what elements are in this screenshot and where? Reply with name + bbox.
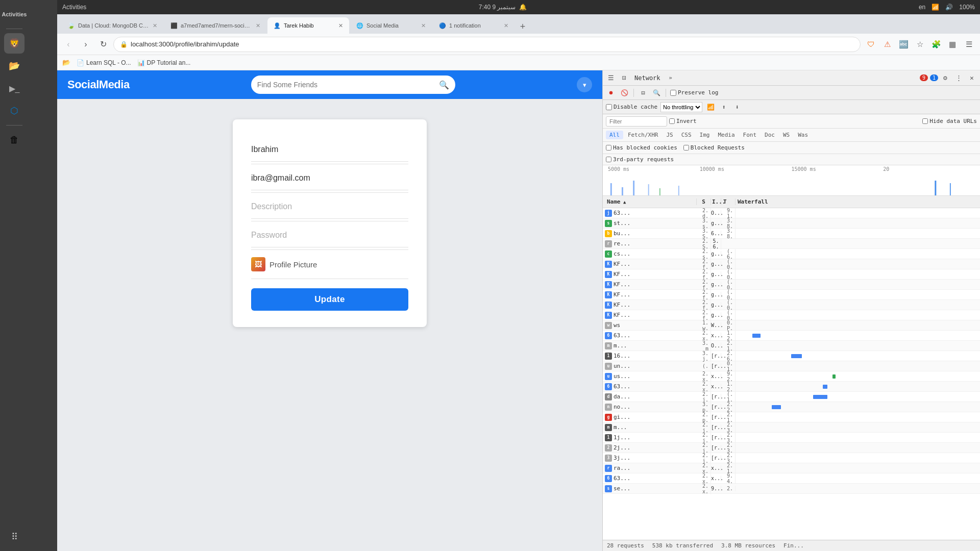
filter-tab-all[interactable]: All [606,131,623,139]
update-button[interactable]: Update [251,288,408,311]
th-waterfall[interactable]: Waterfall [736,198,978,205]
table-row[interactable]: 1 1j... 2. j. [r... 2. 3. [603,433,980,443]
table-row[interactable]: r ra... 2. x. x... 2. 1. [603,463,980,473]
table-row[interactable]: K KF... 2. f. g... (. 0. [603,290,980,300]
description-field[interactable] [251,195,408,219]
table-row[interactable]: u us... 2. x. x... 9. 2. [603,371,980,382]
taskbar-icon-apps[interactable]: ⠿ [4,527,24,547]
bookmark-learn-sql[interactable]: 📄 Learn SQL - O... [77,59,131,66]
th-time[interactable]: T [721,198,736,205]
invert-checkbox[interactable] [669,118,675,124]
throttle-select[interactable]: No throttling [660,102,702,112]
tab-close-mongodb[interactable]: ✕ [153,22,157,29]
tab-notification[interactable]: 🔵 1 notification ✕ [433,17,514,34]
devtools-close-btn[interactable]: ✕ [966,72,978,84]
third-party-checkbox[interactable] [606,157,611,162]
preserve-log-checkbox[interactable] [670,90,676,96]
has-blocked-cookies-checkbox[interactable] [606,145,611,151]
hide-data-urls-label[interactable]: Hide data URLs [922,118,977,124]
table-row[interactable]: 6 63... 2. x. x... 1. 2. [603,331,980,341]
table-row[interactable]: 6 63... 2. x. x... 1. 2. [603,382,980,392]
tab-close-notif[interactable]: ✕ [504,22,508,29]
tab-social-media[interactable]: 🌐 Social Media ✕ [350,17,432,34]
brave-rewards-icon[interactable]: ⚠ [880,37,894,52]
sidebar-toggle[interactable]: ▦ [945,37,960,52]
table-row[interactable]: d da... 2. j. [r... (. 1. [603,392,980,402]
search-network-btn[interactable]: 🔍 [651,88,662,98]
devtools-settings-btn[interactable]: ⚙ [939,72,951,84]
taskbar-icon-brave[interactable]: 🦁 [4,33,24,54]
table-row[interactable]: r re... 2. S. 5. 6. [603,239,980,249]
extensions-icon[interactable]: 🧩 [929,37,943,52]
devtools-more-btn[interactable]: ⋮ [952,72,965,84]
taskbar-activities[interactable]: Activities [4,4,24,24]
hide-data-urls-checkbox[interactable] [922,118,928,124]
table-row[interactable]: j 63... 2. d. O... 9. 1. [603,208,980,218]
table-row[interactable]: w ws 1. w. W... 0. P. [603,320,980,331]
header-dropdown-button[interactable]: ▾ [577,77,592,92]
table-row[interactable]: K KF... 2. f. g... (. 0. [603,269,980,280]
record-button[interactable]: ⏺ [606,88,616,98]
disable-cache-label[interactable]: Disable cache [606,104,657,110]
brave-shield-icon[interactable]: 🛡 [864,37,878,52]
taskbar-icon-terminal[interactable]: ▶_ [4,78,24,98]
tab-tarek[interactable]: 👤 Tarek Habib ✕ [267,17,349,34]
table-row[interactable]: 2 2j... 2. j. [r... 2. 3. [603,443,980,453]
search-input[interactable] [257,81,435,89]
wifi-icon-btn[interactable]: 📶 [705,102,716,112]
search-icon[interactable]: 🔍 [439,80,449,90]
filter-tab-media[interactable]: Media [714,131,738,139]
third-party-label[interactable]: 3rd-party requests [606,156,674,163]
taskbar-icon-trash[interactable]: 🗑 [4,130,24,150]
table-row[interactable]: m m... 2. j. [r... 2. 3. [603,422,980,433]
table-row[interactable]: 1 16... 3. j. [r... 2. 6. [603,351,980,361]
table-row[interactable]: K KF... 2. f. g... (. 0. [603,300,980,310]
new-tab-button[interactable]: + [516,19,530,34]
activities-label[interactable]: Activities [62,4,86,11]
table-row[interactable]: s st... 3. s. g... 3. 8. [603,218,980,229]
address-bar[interactable]: 🔒 localhost:3000/profile/ibrahim/update [113,37,861,52]
table-row[interactable]: u un... (. [r... 0. 1. [603,361,980,371]
filter-tab-img[interactable]: Img [696,131,714,139]
th-initiator[interactable]: I... [711,198,721,205]
table-row[interactable]: n no... 3. p. [r... 2. 2. [603,402,980,412]
filter-tab-doc[interactable]: Doc [761,131,778,139]
menu-button[interactable]: ☰ [962,37,976,52]
devtools-more-panels[interactable]: » [665,72,677,84]
blocked-requests-label[interactable]: Blocked Requests [683,144,745,151]
table-row[interactable]: K KF... 2. f. g... (. 0. [603,259,980,269]
table-row[interactable]: m m... 3. m O... 2. 1. [603,341,980,351]
table-row[interactable]: 3 3j... 2. j. [r... 2. 3. [603,453,980,463]
table-row[interactable]: 6 63... 2. x. x... 9. 4. [603,473,980,484]
table-row[interactable]: c cs... 2. s. g... (. 6. [603,249,980,259]
table-row[interactable]: K KF... 2. f. g... (. 0. [603,280,980,290]
back-button[interactable]: ‹ [61,37,76,52]
email-field[interactable] [251,166,408,190]
devtools-console-btn[interactable]: ⊡ [618,72,630,84]
table-row[interactable]: K KF... 2. f. g... (. 0. [603,310,980,320]
devtools-network-label[interactable]: Network [631,74,664,82]
name-field[interactable] [251,138,408,162]
forward-button[interactable]: › [79,37,93,52]
tab-close-github[interactable]: ✕ [256,22,260,29]
filter-icon[interactable]: ⊟ [638,88,648,98]
upload-icon-btn[interactable]: ⬆ [719,102,729,112]
th-name[interactable]: Name [605,198,697,205]
tab-close-tarek[interactable]: ✕ [338,22,343,29]
has-blocked-cookies-label[interactable]: Has blocked cookies [606,144,677,151]
invert-label[interactable]: Invert [669,118,697,124]
taskbar-icon-vscode[interactable]: ⬡ [4,101,24,121]
table-row[interactable]: s se... 2. x. 9... 2. [603,484,980,494]
filter-tab-font[interactable]: Font [740,131,761,139]
tab-github[interactable]: ⬛ a7med7amed7/mern-social-m... ✕ [164,17,266,34]
table-row[interactable]: b bu... 3. S. 6... 3. 8. [603,229,980,239]
table-row[interactable]: g gi... 2. p. [r... 2. 1. [603,412,980,422]
th-status[interactable]: S [697,198,711,205]
clear-button[interactable]: 🚫 [619,88,629,98]
tab-mongodb[interactable]: 🍃 Data | Cloud: MongoDB Cloud ✕ [61,17,163,34]
filter-tab-css[interactable]: CSS [678,131,695,139]
filter-tab-ws[interactable]: WS [779,131,793,139]
filter-tab-js[interactable]: JS [663,131,676,139]
preserve-log-label[interactable]: Preserve log [670,89,718,96]
reload-button[interactable]: ↻ [96,37,110,52]
